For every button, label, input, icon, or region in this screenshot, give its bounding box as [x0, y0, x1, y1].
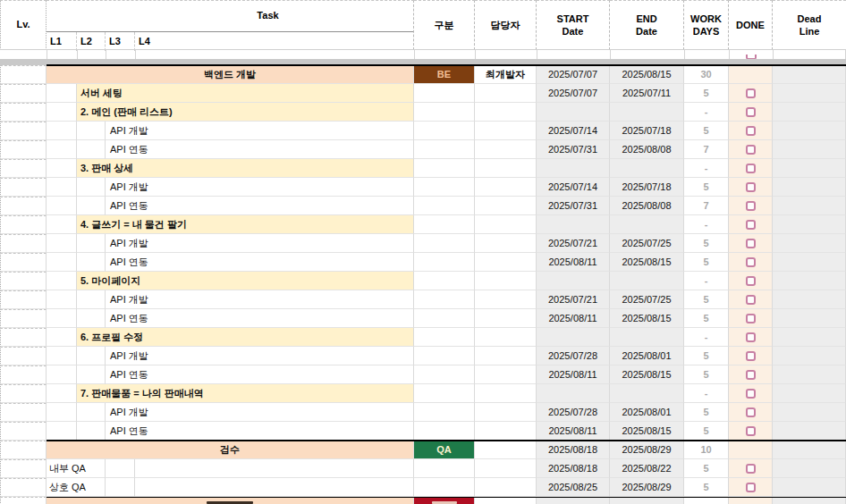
cell-owner[interactable]	[475, 478, 537, 497]
cell-category[interactable]: QA	[414, 441, 475, 459]
done-checkbox[interactable]	[746, 351, 756, 361]
cell-owner[interactable]	[475, 234, 537, 253]
cell-task-sub[interactable]: 3. 판매 상세	[77, 159, 414, 178]
cell-end-date[interactable]	[610, 272, 684, 290]
done-checkbox[interactable]	[746, 483, 756, 492]
cell-owner[interactable]	[475, 347, 537, 365]
cell-done[interactable]	[729, 234, 773, 253]
cell-done[interactable]	[729, 290, 773, 309]
cell-end-date[interactable]	[610, 328, 684, 347]
cell-end-date[interactable]: 2025/08/15	[610, 65, 684, 84]
cell-lv[interactable]	[0, 309, 47, 328]
cell-owner[interactable]	[475, 253, 537, 272]
done-checkbox[interactable]	[746, 164, 756, 173]
done-checkbox[interactable]	[746, 257, 756, 267]
cell-l1-empty[interactable]	[47, 290, 77, 309]
done-checkbox[interactable]	[746, 464, 756, 474]
cell-owner[interactable]	[475, 403, 537, 422]
cell-dead-line[interactable]	[773, 290, 846, 309]
cell-lv[interactable]	[0, 197, 47, 215]
cell-owner[interactable]	[475, 459, 537, 478]
cell-work-days[interactable]: 10	[684, 441, 729, 459]
cell-owner[interactable]	[475, 309, 537, 328]
cell-task-item[interactable]: API 개발	[106, 234, 414, 253]
cell-start-date[interactable]	[537, 159, 610, 178]
cell-task-item[interactable]: API 개발	[106, 403, 414, 422]
cell-lv[interactable]	[0, 365, 47, 384]
cell-l1-empty[interactable]	[47, 197, 77, 215]
cell-owner[interactable]	[475, 140, 537, 159]
cell-dead-line[interactable]	[773, 497, 846, 504]
cell-end-date[interactable]: 2025/07/18	[610, 178, 684, 197]
cell-category[interactable]	[414, 197, 475, 215]
cell-task-sub[interactable]: 2. 메인 (판매 리스트)	[77, 103, 414, 122]
cell-lv[interactable]	[0, 103, 47, 122]
cell-l1-empty[interactable]	[47, 422, 77, 441]
cell-l1-empty[interactable]	[47, 159, 77, 178]
cell-end-date[interactable]: 2025/08/15	[610, 422, 684, 441]
cell-end-date[interactable]	[610, 159, 684, 178]
cell-category[interactable]	[414, 328, 475, 347]
cell-category[interactable]	[414, 497, 475, 504]
cell-end-date[interactable]: 2025/07/18	[610, 122, 684, 140]
cell-task-sub[interactable]: 7. 판매물품 = 나의 판매내역	[77, 384, 414, 403]
cell-done[interactable]	[729, 272, 773, 290]
cell-work-days[interactable]: 7	[684, 140, 729, 159]
cell-end-date[interactable]	[610, 497, 684, 504]
cell-l3-empty[interactable]	[106, 478, 135, 497]
cell-lv[interactable]	[0, 403, 47, 422]
cell-l2-empty[interactable]	[77, 403, 106, 422]
cell-work-days[interactable]: 5	[684, 459, 729, 478]
cell-work-days[interactable]: -	[684, 159, 729, 178]
cell-work-days[interactable]	[684, 497, 729, 504]
cell-end-date[interactable]	[610, 384, 684, 403]
cell-work-days[interactable]: 5	[684, 347, 729, 365]
cell-dead-line[interactable]	[773, 309, 846, 328]
cell-lv[interactable]	[0, 84, 47, 103]
header-l1[interactable]: L1	[47, 32, 77, 51]
cell-done[interactable]	[729, 84, 773, 103]
header-done[interactable]: DONE	[729, 0, 773, 50]
cell-start-date[interactable]: 2025/07/14	[537, 178, 610, 197]
cell-done[interactable]	[729, 384, 773, 403]
done-checkbox[interactable]	[746, 295, 756, 305]
cell-category[interactable]: BE	[414, 65, 475, 84]
cell-category[interactable]	[414, 403, 475, 422]
cell-lv[interactable]	[0, 497, 47, 504]
cell-dead-line[interactable]	[773, 215, 846, 234]
cell-l4-empty[interactable]	[135, 478, 414, 497]
cell-l1-empty[interactable]	[47, 272, 77, 290]
cell-done[interactable]	[729, 309, 773, 328]
cell-lv[interactable]	[0, 253, 47, 272]
done-checkbox[interactable]	[746, 332, 756, 342]
cell-work-days[interactable]: 7	[684, 197, 729, 215]
cell-task-item[interactable]: API 개발	[106, 290, 414, 309]
cell-l2-empty[interactable]	[77, 234, 106, 253]
cell-l1-empty[interactable]	[47, 103, 77, 122]
cell-start-date[interactable]: 2025/07/07	[537, 84, 610, 103]
done-checkbox[interactable]	[746, 182, 756, 192]
header-lv[interactable]: Lv.	[0, 0, 47, 50]
cell-lv[interactable]	[0, 328, 47, 347]
cell-end-date[interactable]: 2025/08/01	[610, 347, 684, 365]
cell-done[interactable]	[729, 140, 773, 159]
cell-start-date[interactable]: 2025/08/11	[537, 422, 610, 441]
cell-done[interactable]	[729, 497, 773, 504]
cell-l2-empty[interactable]	[77, 140, 106, 159]
cell-start-date[interactable]: 2025/07/21	[537, 234, 610, 253]
cell-done[interactable]	[729, 253, 773, 272]
cell-category[interactable]	[414, 159, 475, 178]
cell-l1-empty[interactable]	[47, 309, 77, 328]
cell-l1-empty[interactable]	[47, 140, 77, 159]
cell-lv[interactable]	[0, 178, 47, 197]
cell-work-days[interactable]: -	[684, 103, 729, 122]
cell-dead-line[interactable]	[773, 140, 846, 159]
cell-work-days[interactable]: 30	[684, 65, 729, 84]
header-l2[interactable]: L2	[77, 32, 106, 51]
cell-end-date[interactable]: 2025/08/15	[610, 253, 684, 272]
cell-task-section[interactable]: 검수	[47, 441, 414, 459]
cell-category[interactable]	[414, 253, 475, 272]
cell-done[interactable]	[729, 159, 773, 178]
header-l3[interactable]: L3	[106, 32, 135, 51]
cell-lv[interactable]	[0, 234, 47, 253]
